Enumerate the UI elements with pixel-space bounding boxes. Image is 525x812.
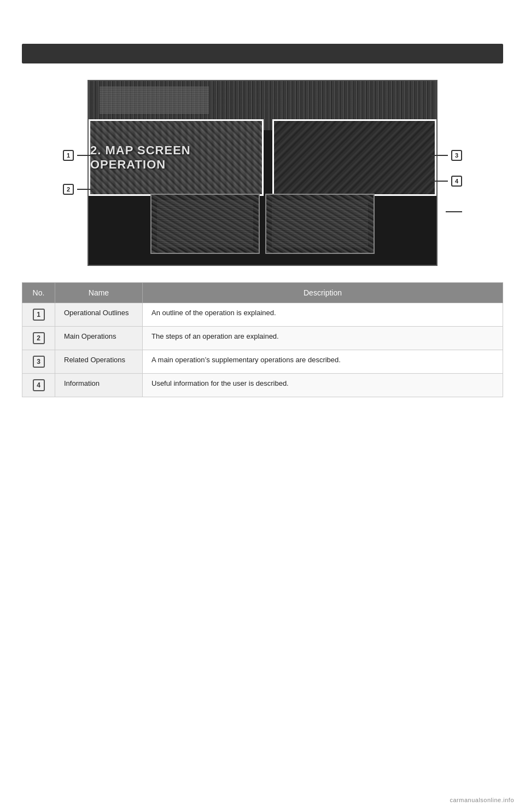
page-wrapper: 2. MAP SCREEN OPERATION 1 2 [0,0,525,812]
map-title-text: 2. MAP SCREEN OPERATION [90,143,262,172]
col-header-name: Name [55,283,143,303]
callout-line-3 [431,155,448,156]
callout-badge-4: 4 [451,176,462,187]
table-row: 2Main OperationsThe steps of an operatio… [22,327,503,350]
table-row: 4InformationUseful information for the u… [22,374,503,397]
table-cell-name-1: Operational Outlines [55,303,143,327]
callout-5 [446,211,462,212]
callout-3: 3 [431,150,462,161]
table-cell-desc-2: The steps of an operation are explained. [143,327,503,350]
table-cell-name-4: Information [55,374,143,397]
table-cell-desc-4: Useful information for the user is descr… [143,374,503,397]
callout-2: 2 [63,184,94,195]
bottom-img-left [150,194,260,254]
header-bar [22,44,503,63]
callout-line-4 [431,181,448,182]
num-badge-4: 4 [33,379,45,391]
callout-4: 4 [431,176,462,187]
bottom-images-row [89,194,436,259]
callout-badge-1: 1 [63,150,74,161]
bottom-img-right [265,194,375,254]
table-row: 1Operational OutlinesAn outline of the o… [22,303,503,327]
callout-1: 1 [63,150,94,161]
callout-badge-2: 2 [63,184,74,195]
table-cell-desc-1: An outline of the operation is explained… [143,303,503,327]
screenshot-wrapper: 2. MAP SCREEN OPERATION 1 2 [88,80,438,266]
num-badge-1: 1 [33,309,45,321]
info-table: No. Name Description 1Operational Outlin… [22,282,503,397]
screenshot-section: 2. MAP SCREEN OPERATION 1 2 [22,80,503,266]
table-cell-no-2: 2 [22,327,55,350]
num-badge-3: 3 [33,356,45,368]
table-row: 3Related OperationsA main operation’s su… [22,350,503,374]
table-cell-name-3: Related Operations [55,350,143,374]
box-area-3 [272,119,436,196]
screenshot-container: 2. MAP SCREEN OPERATION [88,80,438,266]
table-cell-name-2: Main Operations [55,327,143,350]
callout-line-2 [77,189,94,190]
col-header-desc: Description [143,283,503,303]
table-cell-desc-3: A main operation’s supplementary operati… [143,350,503,374]
box-area-1: 2. MAP SCREEN OPERATION [89,119,264,196]
callout-badge-3: 3 [451,150,462,161]
table-cell-no-4: 4 [22,374,55,397]
callout-line-5 [446,211,462,212]
num-badge-2: 2 [33,332,45,344]
col-header-no: No. [22,283,55,303]
footer-logo: carmanualsonline.info [450,797,514,803]
table-cell-no-1: 1 [22,303,55,327]
table-cell-no-3: 3 [22,350,55,374]
